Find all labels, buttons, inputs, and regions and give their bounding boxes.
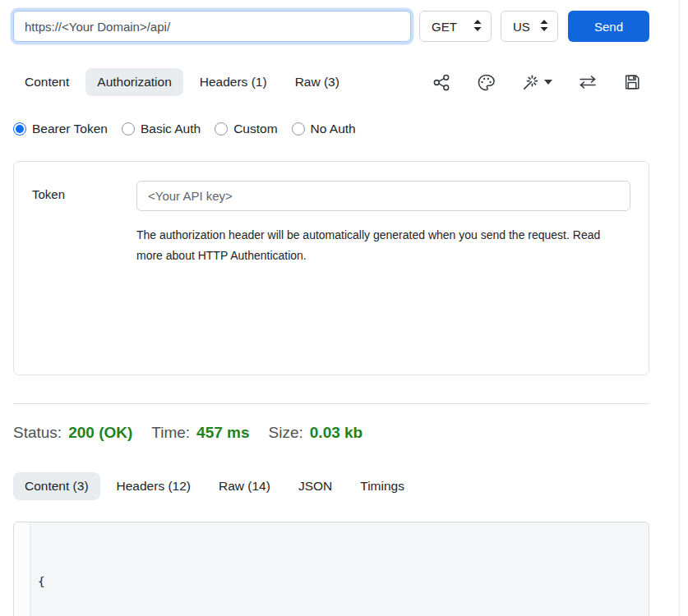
radio-unselected-icon	[122, 122, 135, 136]
response-tabs: Content (3) Headers (12) Raw (14) JSON T…	[13, 472, 649, 500]
region-select-value: US	[513, 20, 530, 34]
method-select[interactable]: GET	[419, 11, 492, 42]
swap-arrows-icon[interactable]	[578, 74, 598, 90]
tab-raw[interactable]: Raw (3)	[284, 68, 351, 96]
response-status-row: Status: 200 (OK) Time: 457 ms Size: 0.03…	[13, 424, 649, 442]
token-label: Token	[32, 181, 136, 211]
tab-response-json[interactable]: JSON	[287, 472, 344, 500]
radio-label: Bearer Token	[32, 122, 108, 136]
token-row: Token	[32, 181, 630, 211]
tab-response-raw[interactable]: Raw (14)	[207, 472, 282, 500]
radio-bearer-token[interactable]: Bearer Token	[13, 122, 108, 136]
token-input[interactable]	[136, 181, 630, 211]
tab-response-headers[interactable]: Headers (12)	[105, 472, 202, 500]
url-input[interactable]	[13, 11, 411, 42]
code-gutter	[14, 522, 30, 616]
radio-label: Basic Auth	[141, 122, 201, 136]
palette-icon[interactable]	[477, 73, 496, 92]
panel-edge-divider	[679, 0, 680, 616]
radio-selected-icon	[13, 122, 26, 136]
radio-label: No Auth	[311, 122, 356, 136]
method-select-value: GET	[432, 20, 457, 34]
tab-response-timings[interactable]: Timings	[349, 472, 416, 500]
toolbar-icons	[432, 73, 649, 92]
response-json-code: { "message": "API running." }	[30, 522, 649, 616]
share-icon[interactable]	[432, 73, 451, 92]
time-group: Time: 457 ms	[151, 424, 249, 442]
caret-down-icon	[544, 80, 552, 85]
radio-unselected-icon	[215, 122, 228, 136]
main-content: GET US Send Content Authorization Header…	[0, 11, 649, 616]
auth-type-options: Bearer Token Basic Auth Custom No Auth	[13, 122, 649, 136]
radio-basic-auth[interactable]: Basic Auth	[122, 122, 201, 136]
chevron-expand-icon	[539, 20, 549, 34]
radio-custom[interactable]: Custom	[215, 122, 277, 136]
send-button[interactable]: Send	[568, 11, 649, 42]
tab-response-content[interactable]: Content (3)	[13, 472, 100, 500]
request-bar: GET US Send	[13, 11, 649, 42]
size-group: Size: 0.03 kb	[269, 424, 363, 442]
size-label: Size:	[269, 424, 303, 442]
code-line: {	[38, 572, 649, 592]
status-value: 200 (OK)	[68, 424, 132, 442]
radio-label: Custom	[233, 122, 277, 136]
tab-content[interactable]: Content	[13, 68, 81, 96]
tab-headers[interactable]: Headers (1)	[188, 68, 279, 96]
auth-panel: Token The authorization header will be a…	[13, 161, 649, 375]
save-icon[interactable]	[623, 73, 641, 91]
time-value: 457 ms	[196, 424, 249, 442]
auth-helper-text: The authorization header will be automat…	[136, 225, 623, 266]
tab-authorization[interactable]: Authorization	[85, 68, 182, 96]
magic-wand-icon[interactable]	[521, 73, 552, 92]
response-body-code-block[interactable]: { "message": "API running." }	[13, 522, 649, 616]
radio-no-auth[interactable]: No Auth	[292, 122, 356, 136]
section-divider	[13, 403, 649, 404]
open-brace: {	[38, 575, 45, 588]
radio-unselected-icon	[292, 122, 305, 136]
region-select[interactable]: US	[501, 11, 558, 42]
chevron-expand-icon	[473, 20, 483, 34]
request-tabs: Content Authorization Headers (1) Raw (3…	[13, 68, 649, 96]
size-value: 0.03 kb	[310, 424, 362, 442]
status-group: Status: 200 (OK)	[13, 424, 132, 442]
status-label: Status:	[13, 424, 62, 442]
time-label: Time:	[151, 424, 190, 442]
